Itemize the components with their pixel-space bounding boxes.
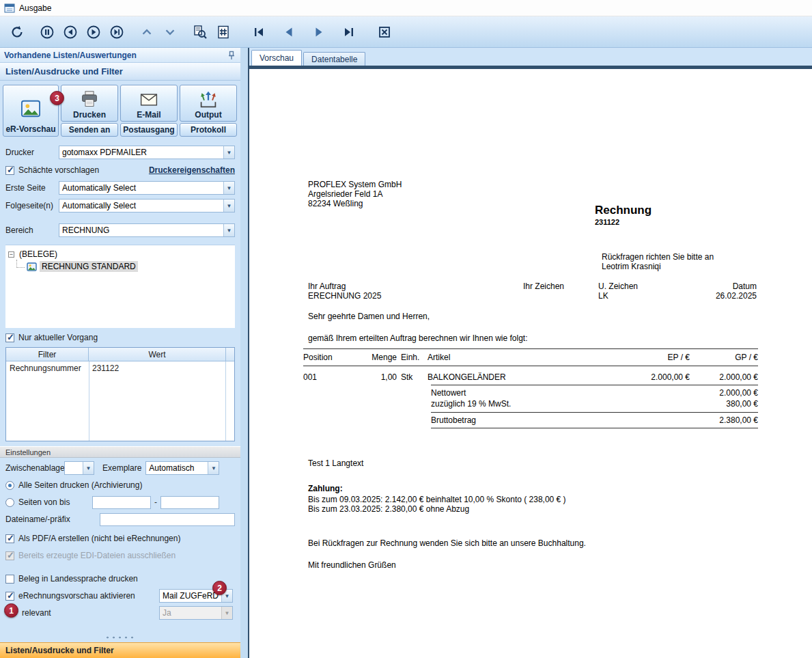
folgeseiten-select[interactable]: Automatically Select ▼: [59, 199, 235, 213]
alle-seiten-radio[interactable]: [5, 481, 14, 490]
item-gp: 2.000,00 €: [690, 372, 758, 382]
item-artikel: BALKONGELÄNDER: [428, 372, 613, 382]
zwischenablage-select[interactable]: ▼: [64, 461, 94, 475]
mwst-value: 380,00 €: [726, 399, 758, 409]
item-ep: 2.000,00 €: [613, 372, 690, 382]
protokoll-button[interactable]: Protokoll: [180, 123, 237, 137]
tab-vorschau[interactable]: Vorschau: [251, 50, 302, 66]
chevron-down-icon[interactable]: ▼: [223, 200, 234, 212]
table-row[interactable]: Rechnungsnummer 231122: [6, 361, 234, 375]
chevron-down-icon[interactable]: ▼: [223, 224, 234, 236]
contact-block: Rückfragen richten Sie bitte an Leotrim …: [602, 252, 714, 271]
refresh-icon[interactable]: [7, 22, 27, 42]
tree-child-label[interactable]: RECHNUNG STANDARD: [40, 261, 138, 272]
panel-title: Vorhandene Listen/Auswertungen: [4, 51, 227, 60]
first-page-icon[interactable]: [249, 22, 269, 42]
panel-splitter[interactable]: [240, 48, 248, 658]
item-menge: 1,00: [361, 372, 397, 382]
sidebar: Vorhandene Listen/Auswertungen Listen/Au…: [0, 48, 240, 658]
next-page-icon[interactable]: [309, 22, 329, 42]
exemplare-select[interactable]: Automatisch ▼: [145, 461, 219, 475]
output-label: Output: [195, 110, 221, 120]
datum-label: Datum: [733, 282, 757, 291]
chevron-down-icon[interactable]: [160, 22, 180, 42]
er-vorschau-button[interactable]: 3 eR-Vorschau: [3, 85, 59, 137]
schaechte-checkbox[interactable]: [5, 166, 14, 175]
ihr-zeichen-label: Ihr Zeichen: [523, 282, 564, 291]
previous-page-icon[interactable]: [279, 22, 299, 42]
landessprache-checkbox[interactable]: [5, 575, 14, 584]
pdfa-checkbox[interactable]: [5, 534, 14, 543]
zwischenablage-label: Zwischenablage: [5, 463, 64, 473]
printer-icon: [80, 90, 99, 110]
filter-name-cell[interactable]: Rechnungsnummer: [6, 361, 89, 375]
col-gp: GP / €: [690, 353, 758, 362]
filter-table: Filter Wert Rechnungsnummer 231122: [5, 347, 235, 441]
nur-aktueller-vorgang-checkbox[interactable]: [5, 333, 14, 342]
invoice-heading: Rechnung 231122: [595, 206, 652, 227]
druckereigenschaften-link[interactable]: Druckereigenschaften: [149, 165, 235, 175]
tree-collapse-icon[interactable]: −: [8, 251, 14, 258]
sender-line: 82234 Weßling: [308, 199, 402, 208]
filter-value-cell[interactable]: 231122: [89, 361, 226, 375]
tree-root-node[interactable]: − (BELEGE): [7, 248, 234, 260]
sender-address: PROFLEX System GmbH Argelsrieder Feld 1A…: [308, 180, 402, 208]
drucken-button[interactable]: Drucken: [61, 85, 118, 122]
play-icon[interactable]: [83, 22, 104, 42]
postausgang-button[interactable]: Postausgang: [120, 123, 178, 137]
zahlung-line: Bis zum 23.03.2025: 2.380,00 € ohne Abzu…: [308, 504, 469, 514]
chevron-down-icon: ▼: [221, 607, 232, 619]
chevron-down-icon[interactable]: ▼: [223, 146, 234, 159]
u-zeichen-value: LK: [598, 291, 608, 301]
chevron-down-icon[interactable]: ▼: [223, 182, 234, 194]
senden-an-button[interactable]: Senden an: [61, 123, 118, 137]
pause-icon[interactable]: [37, 22, 57, 42]
wert-column-header[interactable]: Wert: [89, 348, 226, 361]
filter-column-header[interactable]: Filter: [6, 348, 89, 361]
tabbar: Vorschau Datentabelle: [249, 48, 812, 66]
chevron-up-icon[interactable]: [137, 22, 157, 42]
chevron-down-icon[interactable]: ▼: [83, 462, 94, 474]
seiten-von-bis-radio[interactable]: [5, 498, 14, 507]
zahlung-title: Zahlung:: [308, 484, 343, 493]
tab-datentabelle[interactable]: Datentabelle: [303, 52, 365, 66]
seite-von-input[interactable]: [92, 496, 151, 509]
erechnungsvorschau-label: eRechnungsvorschau aktivieren: [18, 591, 159, 601]
tab-vorschau-label: Vorschau: [260, 53, 294, 63]
tree-root-label[interactable]: (BELEGE): [17, 249, 59, 260]
step-back-icon[interactable]: [60, 22, 81, 42]
bottom-panel-tab[interactable]: Listen/Ausdrucke und Filter: [0, 642, 240, 658]
invoice-number: 231122: [595, 217, 652, 227]
seite-bis-input[interactable]: [160, 496, 219, 509]
col-artikel: Artikel: [428, 353, 613, 362]
bereich-select[interactable]: RECHNUNG ▼: [59, 223, 235, 237]
tree-child-node[interactable]: RECHNUNG STANDARD: [7, 260, 234, 273]
bruttobetrag-value: 2.380,00 €: [719, 415, 758, 425]
einstellungen-header: Einstellungen: [0, 446, 240, 458]
col-einh: Einh.: [397, 353, 428, 362]
datum-value: 26.02.2025: [716, 291, 757, 301]
email-label: E-Mail: [137, 110, 160, 120]
ihr-auftrag-label: Ihr Auftrag: [308, 282, 346, 291]
step-forward-icon[interactable]: [107, 22, 127, 42]
dateiname-label: Dateiname/-präfix: [5, 515, 100, 524]
goto-page-icon[interactable]: [213, 22, 234, 42]
dateiname-input[interactable]: [100, 513, 235, 526]
erechnungsvorschau-checkbox[interactable]: [5, 592, 14, 601]
report-icon: [27, 262, 37, 271]
section-title: Listen/Ausdrucke und Filter: [5, 66, 123, 77]
splitter-grip[interactable]: [104, 635, 136, 640]
drucker-select[interactable]: gotomaxx PDFMAILER ▼: [59, 146, 235, 159]
tree-connector: [16, 260, 25, 268]
email-button[interactable]: E-Mail: [120, 85, 178, 122]
zoom-document-icon[interactable]: [190, 22, 210, 42]
footer-line: Mit freundlichen Grüßen: [308, 560, 396, 570]
app-icon: [4, 3, 15, 14]
pin-icon[interactable]: [227, 51, 236, 60]
chevron-down-icon[interactable]: ▼: [208, 462, 219, 474]
erste-seite-select[interactable]: Automatically Select ▼: [59, 181, 235, 195]
close-output-icon[interactable]: [374, 22, 395, 42]
output-button[interactable]: Output: [180, 85, 237, 122]
edi-checkbox: [5, 551, 14, 560]
last-page-icon[interactable]: [339, 22, 359, 42]
